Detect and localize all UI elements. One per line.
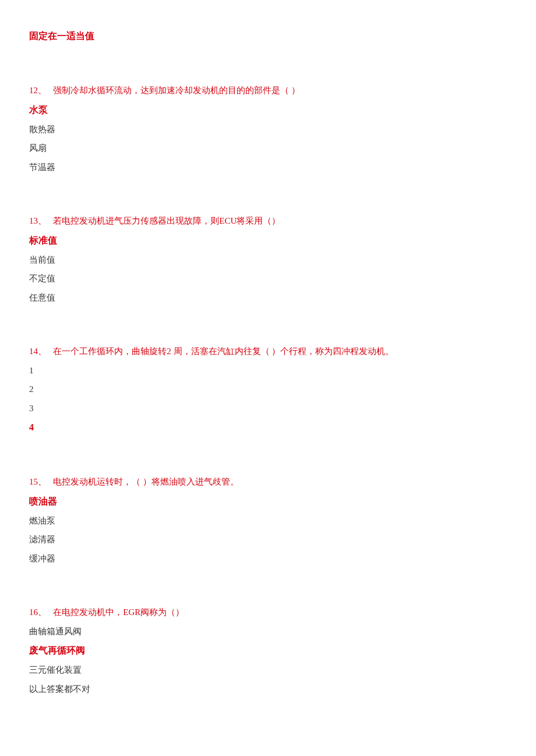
question-prompt: 在电控发动机中，EGR阀称为（）	[53, 607, 184, 617]
option: 风扇	[29, 142, 507, 155]
option: 不定值	[29, 272, 507, 285]
option: 1	[29, 364, 507, 377]
question-number: 13、	[29, 216, 47, 225]
option: 滤清器	[29, 533, 507, 546]
question-number: 12、	[29, 86, 47, 95]
question-block: 12、 强制冷却水循环流动，达到加速冷却发动机的目的的部件是（ ）水泵散热器风扇…	[29, 84, 507, 174]
option-correct: 4	[29, 421, 507, 434]
option: 缓冲器	[29, 552, 507, 566]
option: 任意值	[29, 291, 507, 305]
question-block: 16、 在电控发动机中，EGR阀称为（）曲轴箱通风阀废气再循环阀三元催化装置以上…	[29, 606, 507, 695]
question-block: 13、 若电控发动机进气压力传感器出现故障，则ECU将采用（）标准值当前值不定值…	[29, 214, 507, 304]
option: 三元催化装置	[29, 663, 507, 677]
question-text: 15、 电控发动机运转时，（ ）将燃油喷入进气歧管。	[29, 475, 507, 489]
question-block: 15、 电控发动机运转时，（ ）将燃油喷入进气歧管。喷油器燃油泵滤清器缓冲器	[29, 475, 507, 565]
question-prompt: 强制冷却水循环流动，达到加速冷却发动机的目的的部件是（ ）	[53, 86, 300, 95]
question-number: 14、	[29, 347, 47, 356]
question-text: 14、 在一个工作循环内，曲轴旋转2 周，活塞在汽缸内往复（ ）个行程，称为四冲…	[29, 345, 507, 358]
option-correct: 喷油器	[29, 494, 507, 508]
option: 2	[29, 383, 507, 396]
question-number: 15、	[29, 477, 47, 486]
option-correct: 废气再循环阀	[29, 644, 507, 658]
question-prompt: 在一个工作循环内，曲轴旋转2 周，活塞在汽缸内往复（ ）个行程，称为四冲程发动机…	[53, 347, 394, 356]
option: 3	[29, 402, 507, 415]
option: 以上答案都不对	[29, 683, 507, 696]
question-text: 16、 在电控发动机中，EGR阀称为（）	[29, 606, 507, 619]
option: 燃油泵	[29, 514, 507, 528]
option-correct: 标准值	[29, 234, 507, 248]
question-block: 14、 在一个工作循环内，曲轴旋转2 周，活塞在汽缸内往复（ ）个行程，称为四冲…	[29, 345, 507, 434]
option: 曲轴箱通风阀	[29, 625, 507, 638]
option: 散热器	[29, 123, 507, 136]
question-number: 16、	[29, 607, 47, 617]
option-correct: 水泵	[29, 103, 507, 117]
question-text: 13、 若电控发动机进气压力传感器出现故障，则ECU将采用（）	[29, 214, 507, 228]
question-prompt: 电控发动机运转时，（ ）将燃油喷入进气歧管。	[53, 477, 239, 486]
question-text: 12、 强制冷却水循环流动，达到加速冷却发动机的目的的部件是（ ）	[29, 84, 507, 97]
option: 当前值	[29, 253, 507, 267]
heading-answer: 固定在一适当值	[29, 29, 507, 43]
option: 节温器	[29, 161, 507, 174]
question-prompt: 若电控发动机进气压力传感器出现故障，则ECU将采用（）	[53, 216, 280, 225]
